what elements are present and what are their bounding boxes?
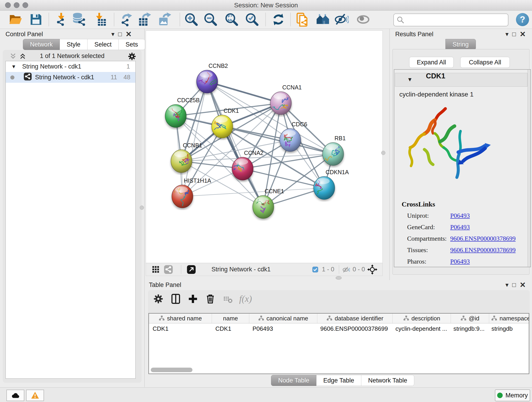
collapse-gene-icon[interactable]: ▼ [407, 76, 413, 83]
panel-menu-icon[interactable]: ▾ [111, 30, 114, 38]
float-panel-icon[interactable]: □ [512, 281, 516, 289]
results-scrollbar[interactable] [527, 70, 530, 267]
expand-all-button[interactable]: Expand All [409, 57, 454, 68]
close-panel-icon[interactable]: ✕ [520, 281, 526, 289]
horizontal-splitter-handle[interactable] [336, 276, 342, 280]
network-node-ccna1[interactable]: CCNA1 [270, 84, 302, 115]
column-header-name[interactable]: name [212, 313, 249, 323]
right-splitter-handle[interactable] [381, 151, 385, 155]
save-session-icon[interactable] [29, 12, 43, 27]
tab-network-table[interactable]: Network Table [361, 375, 414, 386]
search-input[interactable] [406, 15, 508, 25]
zoom-in-icon[interactable] [184, 12, 198, 27]
crosslink-value-link[interactable]: 9606.ENSP00000378699 [450, 246, 515, 254]
column-header-database-identifier[interactable]: database identifier [317, 313, 393, 323]
column-header-shared-name[interactable]: shared name [149, 313, 212, 323]
tab-string[interactable]: String [445, 39, 476, 50]
table-cell[interactable]: stringdb:9... [450, 323, 488, 334]
crosslink-value-link[interactable]: 9606.ENSP00000378699 [450, 235, 515, 242]
show-all-icon[interactable] [356, 12, 371, 27]
delete-column-icon[interactable] [205, 293, 216, 304]
string-query-icon[interactable] [296, 12, 310, 27]
zoom-fit-icon[interactable] [225, 12, 239, 27]
delete-table-icon[interactable] [223, 294, 233, 304]
tab-node-table[interactable]: Node Table [271, 375, 317, 386]
float-panel-icon[interactable]: □ [512, 30, 516, 38]
collection-name: String Network - cdk1 [22, 63, 81, 70]
crosslink-value-link[interactable]: P06493 [450, 258, 470, 265]
open-in-window-icon[interactable] [187, 265, 196, 275]
warnings-button[interactable] [26, 390, 44, 401]
network-node-cdkn1a[interactable]: CDKN1A [309, 169, 349, 199]
network-node-ccna2[interactable]: CCNA2 [229, 150, 264, 180]
column-header--id[interactable]: @id [451, 313, 489, 323]
collection-expand-icon[interactable]: ▼ [11, 64, 16, 70]
first-neighbors-icon[interactable] [316, 12, 330, 27]
table-cell[interactable]: stringdb [488, 323, 529, 334]
network-type-icon[interactable] [164, 265, 173, 275]
birds-eye-view-icon[interactable] [152, 266, 160, 274]
network-node-ccnb1[interactable]: CCNB1 [171, 142, 202, 172]
close-panel-icon[interactable]: ✕ [126, 30, 132, 38]
network-row[interactable]: String Network - cdk1 11 48 [6, 72, 135, 83]
import-network-icon[interactable] [55, 12, 69, 27]
network-edge[interactable] [207, 82, 263, 207]
column-header-description[interactable]: description [393, 313, 451, 323]
export-image-icon[interactable] [157, 12, 172, 27]
memory-button[interactable]: Memory [495, 389, 530, 401]
tab-style[interactable]: Style [60, 39, 88, 50]
table-cell[interactable]: CDK1 [212, 323, 249, 334]
table-cell[interactable]: cyclin-dependent ... [392, 323, 450, 334]
network-view[interactable]: CCNB2CCNA1CDC25BCDK1CDC6RB1CCNB1CCNA2CDK… [146, 31, 383, 276]
column-header-namespace[interactable]: namespace [489, 313, 529, 323]
fit-selected-crosshair-icon[interactable] [367, 264, 377, 275]
export-network-icon[interactable] [120, 12, 134, 27]
crosslink-value-link[interactable]: P06493 [450, 223, 470, 231]
table-settings-gear-icon[interactable] [153, 293, 164, 304]
panel-menu-icon[interactable]: ▾ [505, 281, 509, 289]
collapse-all-button[interactable]: Collapse All [460, 57, 510, 68]
refresh-icon[interactable] [271, 12, 285, 27]
open-session-icon[interactable] [8, 12, 23, 27]
help-button[interactable]: ? [516, 13, 529, 26]
network-node-ccnb2[interactable]: CCNB2 [196, 63, 228, 93]
search-icon [397, 16, 404, 24]
panel-menu-icon[interactable]: ▾ [505, 30, 509, 38]
network-options-gear-icon[interactable] [127, 52, 137, 62]
crosslink-value-link[interactable]: P06493 [450, 212, 470, 219]
cloud-tasks-button[interactable] [6, 390, 24, 401]
import-network-from-database-icon[interactable] [72, 12, 86, 27]
tab-sets[interactable]: Sets [119, 39, 145, 50]
export-table-icon[interactable] [138, 12, 152, 27]
network-edge[interactable] [243, 169, 324, 188]
network-collection-row[interactable]: ▼ String Network - cdk1 1 [6, 61, 135, 72]
show-columns-icon[interactable] [170, 293, 181, 304]
table-cell[interactable]: P06493 [249, 323, 317, 334]
table-row[interactable]: CDK1CDK1P064939606.ENSP00000378699cyclin… [149, 323, 529, 334]
gene-section-header[interactable]: ▼ [395, 73, 527, 87]
function-builder-icon[interactable]: f(x) [239, 293, 252, 304]
network-node-ccne1[interactable]: CCNE1 [253, 188, 284, 218]
tab-edge-table[interactable]: Edge Table [317, 375, 361, 386]
selected-checkbox-icon[interactable] [312, 267, 318, 274]
table-cell[interactable]: 9606.ENSP00000378699 [317, 323, 392, 334]
node-table[interactable]: shared namenamecanonical namedatabase id… [148, 313, 529, 374]
network-graph[interactable]: CCNB2CCNA1CDC25BCDK1CDC6RB1CCNB1CCNA2CDK… [146, 31, 382, 263]
network-edge[interactable] [207, 82, 281, 103]
hide-selected-icon[interactable] [335, 12, 349, 27]
network-node-rb1[interactable]: RB1 [323, 135, 346, 166]
left-splitter-handle[interactable] [140, 206, 144, 210]
add-column-icon[interactable] [187, 293, 198, 304]
tab-select[interactable]: Select [88, 39, 119, 50]
table-cell[interactable]: CDK1 [149, 323, 212, 334]
column-header-canonical-name[interactable]: canonical name [249, 313, 317, 323]
network-node-cdc25b[interactable]: CDC25B [165, 97, 200, 128]
zoom-selected-icon[interactable] [245, 12, 259, 27]
network-node-hist1h1a[interactable]: HIST1H1A [172, 177, 211, 208]
close-panel-icon[interactable]: ✕ [520, 30, 526, 38]
float-panel-icon[interactable]: □ [118, 30, 122, 38]
tab-network[interactable]: Network [23, 39, 60, 50]
import-table-icon[interactable] [93, 12, 107, 27]
zoom-out-icon[interactable] [203, 12, 218, 27]
table-horizontal-scrollbar[interactable] [151, 368, 192, 372]
